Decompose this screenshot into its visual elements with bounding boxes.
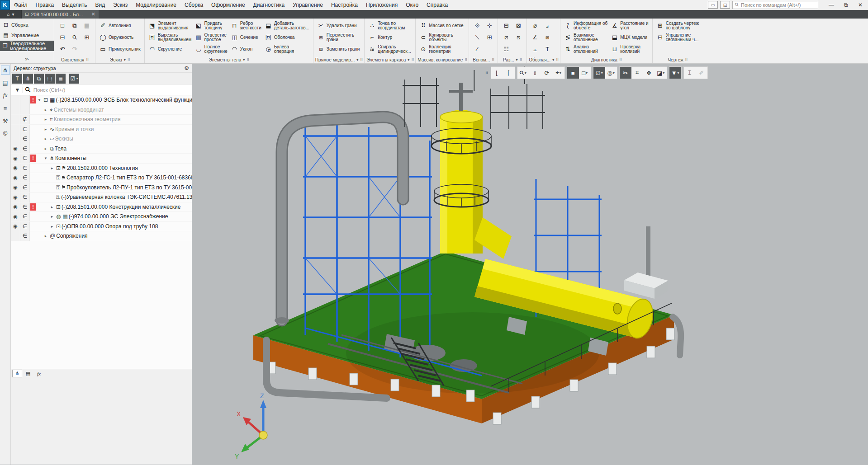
close-button[interactable]: ✕ xyxy=(854,0,867,9)
distance-angle-button[interactable]: ∡Расстояние и угол xyxy=(609,20,650,32)
section-button[interactable]: ◫Сечение xyxy=(229,32,263,43)
tree-copy-button[interactable]: ⧉ xyxy=(34,74,44,84)
restore-button[interactable]: ⧉ xyxy=(839,0,853,9)
auxiliary-line-button[interactable]: ∕ xyxy=(471,43,483,55)
clip-icon[interactable]: ∈ xyxy=(23,174,27,181)
auxiliary-axis-button[interactable]: ⟍ xyxy=(471,32,483,43)
menu-item[interactable]: Настройка xyxy=(327,0,362,10)
clip-icon[interactable]: ∈ xyxy=(23,146,27,152)
clip-cell[interactable]: ∈ xyxy=(20,193,30,202)
visibility-cell[interactable]: ◉ xyxy=(11,164,20,173)
tree-row[interactable]: ◉∈▸⊡⚑208.1502.00.000 Технология xyxy=(11,164,192,174)
expand-closed-icon[interactable]: ▸ xyxy=(43,234,49,238)
linked-drawings-button[interactable]: ⊟Управление связанными ч... xyxy=(655,32,701,43)
tree-row[interactable]: ◉∈▸◍▦(-)974.00.00.000 ЭС Электроснабжени… xyxy=(11,212,192,222)
parameters-panel-icon[interactable]: ▤ xyxy=(1,78,10,87)
auxiliary-plane-button[interactable]: ⟐ xyxy=(471,20,483,32)
license-panel-icon[interactable]: © xyxy=(1,129,10,138)
expand-closed-icon[interactable]: ▸ xyxy=(43,136,49,141)
ribbon-mode-button[interactable]: ⊡Сборка xyxy=(0,20,54,30)
clip-icon[interactable]: ∈ xyxy=(23,223,27,230)
save-as-button[interactable]: ⊞ xyxy=(81,32,93,43)
expand-closed-icon[interactable]: ▸ xyxy=(43,108,49,112)
tree-row[interactable]: ◉∈⚿⚑Сепаратор Л2-ГС-1 тип ЕТЗ по ТУ 3615… xyxy=(11,173,192,183)
clip-cell[interactable]: ∈ xyxy=(20,231,30,241)
delete-faces-button[interactable]: ✂Удалить грани xyxy=(316,20,361,32)
eye-icon[interactable]: ◉ xyxy=(13,155,18,161)
layout-3-button[interactable]: ☷ xyxy=(500,43,512,55)
menu-item[interactable]: Справка xyxy=(422,0,452,10)
variables-tab[interactable]: fx xyxy=(34,370,44,377)
clip-icon[interactable]: ∈ xyxy=(23,184,27,191)
screen-mode-button[interactable]: ◱ xyxy=(720,1,730,9)
shell-button[interactable]: 回Оболочка xyxy=(263,32,311,43)
rib-button[interactable]: ⊓Ребро жесткости xyxy=(229,20,263,32)
extrude-button[interactable]: ⬔Элемент выдавливания xyxy=(147,20,193,32)
tools-panel-icon[interactable]: ⚒ xyxy=(1,116,10,125)
simple-hole-button[interactable]: ▥Отверстие простое xyxy=(193,32,228,43)
tree-filter-list-button[interactable]: ☑▾ xyxy=(69,74,79,84)
list-panel-icon[interactable]: ≡ xyxy=(1,103,10,113)
leader-button[interactable]: ⟓ xyxy=(541,20,553,32)
mutual-deviation-button[interactable]: ≶Взаимное отклонение xyxy=(563,32,609,43)
expand-closed-icon[interactable]: ▸ xyxy=(49,166,55,170)
eye-icon[interactable]: ◉ xyxy=(13,223,18,229)
workplane-clip-button[interactable]: ◪▾ xyxy=(655,67,667,79)
toolbar-drag-handle[interactable]: ⠿ xyxy=(485,70,488,75)
menu-item[interactable]: Эскиз xyxy=(109,0,132,10)
visibility-cell[interactable]: ◉ xyxy=(11,212,20,221)
clip-cell[interactable] xyxy=(20,105,30,115)
contour-button[interactable]: ⌐Контур xyxy=(367,32,413,43)
expand-open-icon[interactable]: ▾ xyxy=(43,156,49,160)
command-search-input[interactable]: ⚲ Поиск по командам (Alt+/) xyxy=(732,1,818,9)
clip-cell[interactable]: ∈ xyxy=(20,202,30,212)
appearance-button[interactable]: ❖ xyxy=(643,67,655,79)
menu-item[interactable]: Оформление xyxy=(207,0,249,10)
layout-4-button[interactable]: ⊠ xyxy=(512,20,524,32)
new-document-button[interactable]: □ xyxy=(57,20,68,32)
add-blank-part-button[interactable]: ⬓Добавить деталь-заготов... xyxy=(263,20,311,32)
visibility-cell[interactable]: ◉ xyxy=(11,173,20,183)
deviation-analysis-button[interactable]: ⇅Анализ отклонений xyxy=(563,43,609,55)
tree-selection-button[interactable]: ⬚ xyxy=(45,74,55,84)
layout-toggle-button[interactable]: ▭ xyxy=(708,1,718,9)
menu-item[interactable]: Моделирование xyxy=(132,0,180,10)
drawing-from-template-button[interactable]: ⊞Создать чертеж по шаблону xyxy=(655,20,701,32)
expand-closed-icon[interactable]: ▸ xyxy=(49,224,55,229)
clip-cell[interactable]: ∈ xyxy=(20,173,30,183)
rotate-part-button[interactable]: ⟳ xyxy=(541,67,553,79)
angle-mark-button[interactable]: ∠ xyxy=(529,32,541,43)
3d-dimensions-button[interactable]: ⌶ xyxy=(684,67,696,79)
expand-closed-icon[interactable]: ▸ xyxy=(49,205,55,209)
clip-icon[interactable]: ∈ xyxy=(23,233,27,239)
home-tab-button[interactable]: ⌂ ▾ xyxy=(0,10,22,19)
collision-check-button[interactable]: ⊔Проверка коллизий xyxy=(609,43,650,55)
visibility-cell[interactable] xyxy=(11,231,20,241)
diameter-mark-button[interactable]: ⌀ xyxy=(529,20,541,32)
tree-structure-mode-button[interactable]: ⟙ xyxy=(12,74,22,84)
clip-icon[interactable]: ∈ xyxy=(23,194,27,200)
visibility-cell[interactable]: ◉ xyxy=(11,154,20,163)
clip-icon[interactable]: ∈ xyxy=(23,155,27,161)
print-button[interactable]: ⊟ xyxy=(57,32,68,43)
eye-icon[interactable]: ◉ xyxy=(13,146,18,151)
eye-icon[interactable]: ◉ xyxy=(13,175,18,181)
grid-pattern-button[interactable]: ⠿Массив по сетке xyxy=(418,20,465,32)
expand-closed-icon[interactable]: ▸ xyxy=(43,117,49,122)
filter-button[interactable]: ▼▾ xyxy=(669,67,681,79)
open-document-button[interactable]: ⧉ xyxy=(69,20,81,32)
clip-cell[interactable]: ∈ xyxy=(20,183,30,193)
visibility-cell[interactable]: ◉ xyxy=(11,202,20,212)
visibility-cell[interactable]: ◉ xyxy=(11,193,20,202)
clip-icon[interactable]: ∈ xyxy=(23,213,27,220)
expand-closed-icon[interactable]: ▸ xyxy=(49,214,55,219)
workplane-settings-button[interactable]: ⌈ xyxy=(503,67,515,79)
clip-cell[interactable]: ∈ xyxy=(20,212,30,221)
autoline-button[interactable]: ✐Автолиния xyxy=(98,20,142,32)
menu-item[interactable]: Сборка xyxy=(180,0,207,10)
menu-item[interactable]: Диагностика xyxy=(249,0,289,10)
menu-item[interactable]: Выделить xyxy=(58,0,91,10)
visibility-cell[interactable]: ◉ xyxy=(11,222,20,231)
local-cs-button[interactable]: ⊹ xyxy=(484,20,495,32)
clip-cell[interactable]: ∈ xyxy=(20,164,30,173)
